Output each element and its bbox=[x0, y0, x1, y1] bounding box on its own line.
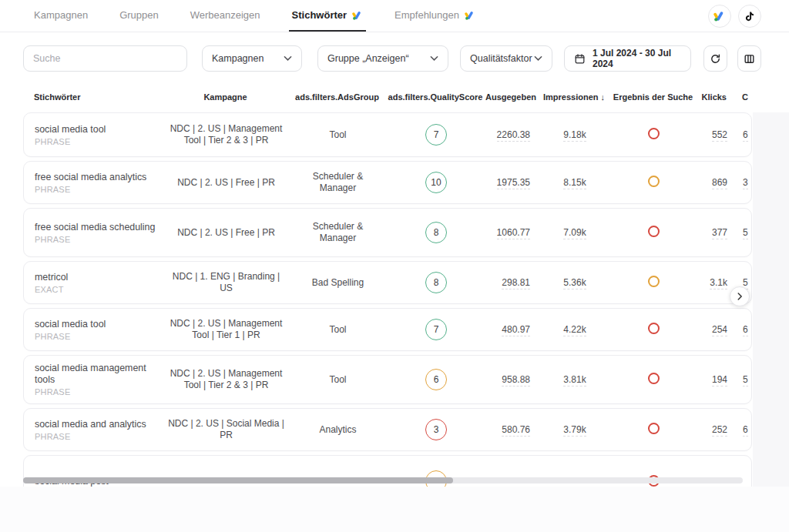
chevron-down-icon bbox=[430, 55, 438, 62]
spent-cell: 1060.77 bbox=[486, 227, 536, 238]
clicks-value: 3.1k bbox=[710, 277, 727, 289]
campaign-name: NDC | 2. US | Free | PR bbox=[163, 227, 290, 239]
col-header-clicks[interactable]: Klicks bbox=[693, 92, 736, 102]
clicks-value: 252 bbox=[712, 424, 727, 437]
search-result-indicator bbox=[648, 423, 660, 434]
keyword-text: social media tool bbox=[35, 319, 159, 330]
tab-stichwrter[interactable]: Stichwörter bbox=[289, 0, 367, 32]
table-row[interactable]: social media management tools PHRASE NDC… bbox=[23, 355, 752, 404]
filter-dropdown[interactable]: Qualitätsfaktor bbox=[460, 45, 552, 72]
clicks-cell: 252 bbox=[694, 424, 737, 435]
search-result-indicator bbox=[648, 276, 660, 287]
horizontal-scrollbar[interactable] bbox=[23, 477, 743, 483]
columns-button[interactable] bbox=[737, 45, 761, 72]
scroll-right-button[interactable] bbox=[730, 286, 750, 306]
clicks-value: 377 bbox=[712, 227, 727, 239]
partial-cell: 6 bbox=[737, 129, 752, 140]
keyword-cell: social media tool PHRASE bbox=[24, 319, 163, 341]
spent-cell: 2260.38 bbox=[486, 129, 536, 140]
tiktok-icon[interactable] bbox=[738, 5, 761, 28]
impressions-value: 8.15k bbox=[563, 177, 586, 189]
keyword-text: social media management tools bbox=[35, 363, 159, 386]
partial-value: 5 bbox=[743, 374, 748, 386]
partial-cell: 5 bbox=[737, 374, 752, 385]
clicks-value: 552 bbox=[712, 129, 727, 142]
tab-empfehlungen[interactable]: Empfehlungen bbox=[391, 0, 478, 32]
table-row[interactable]: free social media scheduling PHRASE NDC … bbox=[23, 208, 752, 257]
dropdown-label: Gruppe „Anzeigen“ bbox=[327, 53, 409, 64]
tab-label: Stichwörter bbox=[292, 9, 347, 21]
partial-cell: 6 bbox=[737, 324, 752, 335]
search-input[interactable] bbox=[23, 45, 187, 72]
keyword-text: free social media scheduling bbox=[35, 222, 159, 233]
keywords-dashboard: Kampagnen Gruppen Werbeanzeigen Stichwör… bbox=[0, 0, 789, 532]
scrollbar-thumb[interactable] bbox=[23, 477, 453, 483]
clicks-cell: 3.1k bbox=[694, 277, 737, 288]
tab-label: Werbeanzeigen bbox=[190, 9, 260, 21]
table-row[interactable]: social media and analytics PHRASE NDC | … bbox=[23, 408, 752, 451]
tab-label: Empfehlungen bbox=[394, 9, 459, 21]
quality-score-cell: 6 bbox=[386, 369, 486, 390]
partial-value: 5 bbox=[743, 227, 748, 239]
col-header-impressions[interactable]: Impressionen↓ bbox=[536, 92, 613, 102]
search-result-cell bbox=[613, 226, 694, 239]
tab-werbeanzeigen[interactable]: Werbeanzeigen bbox=[187, 0, 264, 32]
partial-value: 6 bbox=[743, 324, 748, 336]
match-type-label: PHRASE bbox=[35, 185, 163, 194]
col-header-search-result[interactable]: Ergebnis der Suche bbox=[613, 92, 693, 102]
quality-score-cell: 7 bbox=[386, 319, 486, 340]
partial-cell: 5 bbox=[737, 227, 752, 238]
search-result-cell bbox=[613, 423, 694, 437]
dropdown-label: Kampagnen bbox=[212, 53, 264, 64]
col-header-adgroup[interactable]: ads.filters.AdsGroup bbox=[289, 92, 385, 102]
campaign-name: NDC | 2. US | Management Tool | Tier 1 |… bbox=[163, 318, 290, 341]
filter-dropdown[interactable]: Gruppe „Anzeigen“ bbox=[317, 45, 448, 72]
ad-group-name: Bad Spelling bbox=[290, 277, 386, 289]
chevron-down-icon bbox=[534, 55, 542, 62]
ad-group-name: Tool bbox=[290, 374, 386, 386]
footer: 1-50 von 427 bbox=[0, 487, 789, 532]
filter-dropdown[interactable]: Kampagnen bbox=[202, 45, 302, 72]
col-header-partial[interactable]: C bbox=[736, 92, 752, 102]
table-row[interactable]: social media tool PHRASE NDC | 2. US | M… bbox=[23, 308, 752, 351]
google-ads-icon bbox=[465, 10, 475, 21]
impressions-cell: 7.09k bbox=[536, 227, 613, 238]
search-result-cell bbox=[613, 373, 694, 386]
table-row[interactable]: metricol EXACT NDC | 1. ENG | Branding |… bbox=[23, 261, 752, 304]
table-row[interactable]: social media tool PHRASE NDC | 2. US | M… bbox=[23, 112, 752, 157]
refresh-button[interactable] bbox=[703, 45, 727, 72]
google-ads-icon[interactable] bbox=[708, 5, 731, 28]
campaign-name: NDC | 2. US | Management Tool | Tier 2 &… bbox=[163, 368, 290, 391]
keyword-text: metricol bbox=[35, 272, 159, 283]
partial-cell: 6 bbox=[737, 424, 752, 435]
match-type-label: PHRASE bbox=[35, 137, 163, 146]
impressions-cell: 8.15k bbox=[536, 177, 613, 188]
tab-gruppen[interactable]: Gruppen bbox=[116, 0, 162, 32]
col-header-spent[interactable]: Ausgegeben bbox=[485, 92, 536, 102]
keyword-cell: metricol EXACT bbox=[24, 272, 163, 294]
col-header-campaign[interactable]: Kampagne bbox=[162, 92, 289, 102]
col-header-qualityscore[interactable]: ads.filters.QualityScore bbox=[385, 92, 485, 102]
clicks-cell: 377 bbox=[694, 227, 737, 238]
impressions-value: 5.36k bbox=[563, 277, 586, 289]
partial-cell: 3 bbox=[737, 177, 752, 188]
search-result-cell bbox=[613, 323, 694, 336]
date-range-picker[interactable]: 1 Jul 2024 - 30 Jul 2024 bbox=[564, 45, 691, 72]
match-type-label: PHRASE bbox=[35, 387, 163, 396]
ad-group-name: Analytics bbox=[290, 424, 386, 436]
match-type-label: PHRASE bbox=[35, 235, 163, 244]
spent-cell: 958.88 bbox=[486, 374, 536, 385]
impressions-value: 7.09k bbox=[563, 227, 586, 239]
table-row[interactable]: free social media analytics PHRASE NDC |… bbox=[23, 161, 752, 204]
quality-score-badge: 7 bbox=[425, 319, 447, 340]
quality-score-cell: 3 bbox=[386, 419, 486, 440]
quality-score-badge: 10 bbox=[425, 172, 447, 193]
search-result-indicator bbox=[648, 128, 660, 139]
columns-icon bbox=[744, 53, 755, 65]
search-result-indicator bbox=[648, 176, 660, 187]
col-header-keywords[interactable]: Stichwörter bbox=[23, 92, 162, 102]
keyword-text: social media and analytics bbox=[35, 419, 159, 430]
quality-score-badge: 3 bbox=[425, 419, 447, 440]
tab-kampagnen[interactable]: Kampagnen bbox=[31, 0, 91, 32]
impressions-value: 9.18k bbox=[563, 129, 586, 142]
